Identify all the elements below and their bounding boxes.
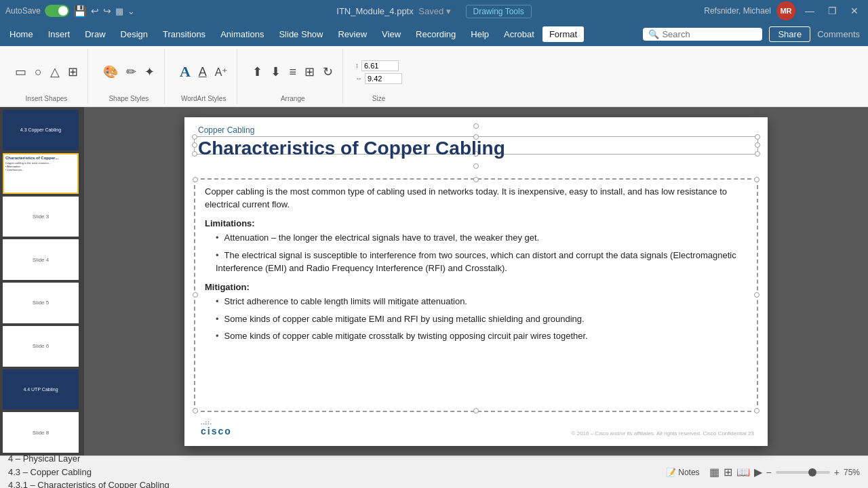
zoom-in-icon[interactable]: + <box>834 467 840 478</box>
content-handle-bl[interactable] <box>193 408 198 413</box>
effects-icon[interactable]: ✦ <box>142 63 157 81</box>
tri-icon[interactable]: △ <box>47 63 62 81</box>
slide-thumb-3[interactable]: Slide 3 <box>3 197 79 237</box>
handle-bl[interactable] <box>192 151 197 157</box>
ribbon-icons-size: ↕ ↔ <box>355 49 402 95</box>
handle-rotate[interactable] <box>473 123 479 129</box>
ribbon-group-wordart: A A A⁺ WordArt Styles <box>170 49 238 104</box>
slide-thumb-1[interactable]: 4.3 Copper Cabling <box>3 110 79 150</box>
align-icon[interactable]: ≡ <box>286 64 299 81</box>
reading-view-icon[interactable]: 📖 <box>736 466 750 479</box>
search-icon: 🔍 <box>648 29 659 39</box>
content-handle-tr[interactable] <box>754 177 760 182</box>
menu-item-acrobat[interactable]: Acrobat <box>497 26 541 42</box>
rotate-icon[interactable]: ↻ <box>320 63 336 81</box>
title-bar-right: Refsnider, Michael MR — ❐ ✕ <box>577 1 863 20</box>
autosave-toggle[interactable] <box>45 5 69 17</box>
content-handle-tc[interactable] <box>473 177 479 182</box>
outline-icon[interactable]: ✏ <box>123 63 139 81</box>
content-handle-br[interactable] <box>754 408 760 413</box>
ribbon-icons-wordart: A A A⁺ <box>177 49 231 95</box>
quick-access-icon: ⌄ <box>127 6 135 16</box>
menu-item-review[interactable]: Review <box>331 26 374 42</box>
content-handle-bc[interactable] <box>473 408 479 413</box>
handle-mr[interactable] <box>755 142 760 148</box>
slide-title[interactable]: Characteristics of Copper Cabling <box>198 138 754 159</box>
search-input[interactable] <box>662 29 757 39</box>
rect-icon[interactable]: ▭ <box>12 63 29 81</box>
oval-icon[interactable]: ○ <box>32 64 45 81</box>
save-icon[interactable]: 💾 <box>73 5 87 18</box>
ribbon-icons-shape-styles: 🎨 ✏ ✦ <box>100 49 157 95</box>
ribbon-group-insert-shapes: ▭ ○ △ ⊞ Insert Shapes <box>5 49 88 104</box>
content-handle-rotate[interactable] <box>473 163 479 169</box>
title-bar-center: ITN_Module_4.pptx Saved ▾ Drawing Tools <box>291 6 576 16</box>
menu-item-recording[interactable]: Recording <box>409 26 462 42</box>
text-effects-icon[interactable]: A⁺ <box>212 64 231 80</box>
menu-item-slideshow[interactable]: Slide Show <box>272 26 330 42</box>
restore-btn[interactable]: ❐ <box>824 5 841 16</box>
share-button[interactable]: Share <box>769 26 810 42</box>
undo-btn[interactable]: ↩ <box>91 5 99 16</box>
content-handle-ml[interactable] <box>193 292 198 298</box>
breadcrumb-1: 4 – Physical Layer <box>8 452 660 466</box>
slide-sorter-icon[interactable]: ⊞ <box>724 466 732 479</box>
slide-thumb-2[interactable]: Characteristics of Copper... Copper cabl… <box>3 153 79 194</box>
zoom-out-icon[interactable]: − <box>766 467 772 478</box>
notes-button[interactable]: 📝 Notes <box>660 466 705 479</box>
handle-br[interactable] <box>755 151 760 157</box>
menu-item-help[interactable]: Help <box>464 26 496 42</box>
user-avatar[interactable]: MR <box>776 1 795 20</box>
search-box: 🔍 <box>643 28 762 41</box>
slide-thumb-8[interactable]: Slide 8 <box>3 412 79 453</box>
handle-tr[interactable] <box>755 134 760 140</box>
menu-item-transitions[interactable]: Transitions <box>156 26 212 42</box>
limitations-list: Attenuation – the longer the electrical … <box>216 231 754 275</box>
slide-footer: © 2016 – Cisco and/or its affiliates. Al… <box>572 430 754 436</box>
menu-item-view[interactable]: View <box>375 26 408 42</box>
status-bar: 4 – Physical Layer 4.3 – Copper Cabling … <box>0 455 868 488</box>
slide-thumb-7[interactable]: 4.4 UTP Cabling <box>3 369 79 410</box>
ribbon-group-arrange: ⬆ ⬇ ≡ ⊞ ↻ Arrange <box>243 49 343 104</box>
dropdown-icon[interactable]: ▾ <box>446 6 451 16</box>
slide-thumb-4[interactable]: Slide 4 <box>3 239 79 280</box>
bring-forward-icon[interactable]: ⬆ <box>250 63 265 81</box>
group-icon[interactable]: ⊞ <box>302 63 317 81</box>
height-input[interactable] <box>361 60 399 71</box>
more-shapes-icon[interactable]: ⊞ <box>65 63 81 81</box>
slide-panel: 4.3 Copper Cabling Characteristics of Co… <box>0 107 84 455</box>
zoom-thumb[interactable] <box>808 468 816 476</box>
slide-thumb-5[interactable]: Slide 5 <box>3 283 79 323</box>
menu-item-format[interactable]: Format <box>542 26 584 42</box>
slide-intro: Copper cabling is the most common type o… <box>205 185 754 211</box>
width-input[interactable] <box>365 73 402 84</box>
slide-content: Copper cabling is the most common type o… <box>205 185 754 405</box>
slide-thumb-6[interactable]: Slide 6 <box>3 326 79 367</box>
send-back-icon[interactable]: ⬇ <box>268 63 283 81</box>
fill-icon[interactable]: 🎨 <box>100 63 121 81</box>
comment-btn[interactable]: Comments <box>812 29 865 39</box>
slideshow-icon[interactable]: ▶ <box>754 466 762 479</box>
mitigations-list: Strict adherence to cable length limits … <box>216 295 754 343</box>
handle-ml[interactable] <box>192 142 197 148</box>
menu-item-design[interactable]: Design <box>114 26 155 42</box>
content-handle-mr[interactable] <box>754 292 760 298</box>
slide[interactable]: Copper Cabling Characteristics of Copper… <box>184 117 768 446</box>
handle-tl[interactable] <box>192 134 197 140</box>
menu-item-home[interactable]: Home <box>3 26 40 42</box>
zoom-slider[interactable] <box>776 471 830 474</box>
menu-item-insert[interactable]: Insert <box>41 26 77 42</box>
ribbon-icons-shapes: ▭ ○ △ ⊞ <box>12 49 81 95</box>
breadcrumb-3: 4.3.1 – Characteristics of Copper Cablin… <box>8 479 660 488</box>
normal-view-icon[interactable]: ▦ <box>709 466 719 479</box>
menu-item-animations[interactable]: Animations <box>214 26 271 42</box>
text-fill-icon[interactable]: A <box>177 62 193 82</box>
text-outline-icon[interactable]: A <box>196 64 210 81</box>
toolbar-icon: ▦ <box>115 6 123 16</box>
close-btn[interactable]: ✕ <box>846 5 863 16</box>
redo-btn[interactable]: ↪ <box>103 5 111 16</box>
menu-bar: Home Insert Draw Design Transitions Anim… <box>0 22 868 46</box>
menu-item-draw[interactable]: Draw <box>78 26 112 42</box>
minimize-btn[interactable]: — <box>801 5 818 16</box>
content-handle-tl[interactable] <box>193 177 198 182</box>
